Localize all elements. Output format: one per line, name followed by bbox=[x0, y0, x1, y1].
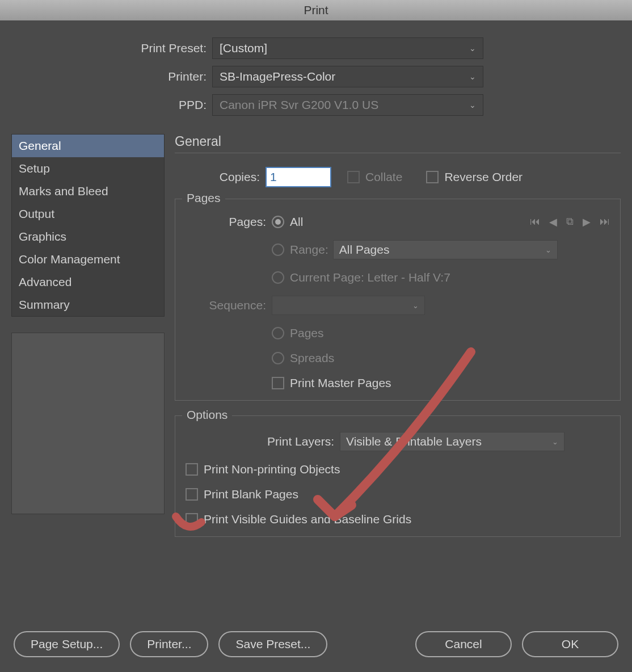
sidebar-item-general[interactable]: General bbox=[12, 135, 164, 157]
pages-label: Pages: bbox=[186, 215, 272, 229]
pages-all-label: All bbox=[290, 215, 303, 229]
divider bbox=[175, 153, 621, 153]
save-preset-button[interactable]: Save Preset... bbox=[218, 631, 327, 657]
next-page-icon[interactable]: ▶ bbox=[583, 216, 591, 228]
print-preset-select[interactable]: [Custom] ⌄ bbox=[212, 37, 483, 59]
cancel-button[interactable]: Cancel bbox=[415, 631, 512, 657]
options-group-title: Options bbox=[182, 408, 232, 422]
chevron-down-icon: ⌄ bbox=[552, 438, 558, 446]
sidebar: General Setup Marks and Bleed Output Gra… bbox=[11, 134, 165, 552]
main-panel: General Copies: Collate Reverse Order Pa… bbox=[175, 134, 621, 552]
ppd-select: Canon iPR Svr G200 V1.0 US ⌄ bbox=[212, 94, 483, 116]
chevron-down-icon: ⌄ bbox=[412, 301, 419, 310]
collate-label: Collate bbox=[365, 170, 402, 184]
range-select[interactable]: All Pages ⌄ bbox=[333, 240, 558, 259]
copies-input[interactable] bbox=[266, 167, 331, 187]
ok-button[interactable]: OK bbox=[522, 631, 618, 657]
spreads-radio-label: Spreads bbox=[290, 351, 334, 365]
options-group: Options Print Layers: Visible & Printabl… bbox=[175, 415, 621, 537]
first-page-icon[interactable]: ⏮ bbox=[530, 216, 540, 228]
sidebar-item-color[interactable]: Color Management bbox=[12, 248, 164, 271]
sidebar-list: General Setup Marks and Bleed Output Gra… bbox=[11, 134, 165, 317]
window-title: Print bbox=[304, 3, 328, 17]
print-layers-select[interactable]: Visible & Printable Layers ⌄ bbox=[340, 432, 564, 451]
sidebar-item-advanced[interactable]: Advanced bbox=[12, 271, 164, 293]
last-page-icon[interactable]: ⏭ bbox=[600, 216, 610, 228]
copies-label: Copies: bbox=[175, 170, 266, 184]
printer-select[interactable]: SB-ImagePress-Color ⌄ bbox=[212, 66, 483, 87]
sidebar-item-output[interactable]: Output bbox=[12, 203, 164, 225]
printer-value: SB-ImagePress-Color bbox=[220, 70, 335, 83]
prev-page-icon[interactable]: ◀ bbox=[549, 216, 557, 228]
panel-heading: General bbox=[175, 134, 621, 149]
page-nav: ⏮ ◀ ⧉ ▶ ⏭ bbox=[530, 216, 610, 228]
print-master-label: Print Master Pages bbox=[290, 376, 391, 390]
sidebar-item-setup[interactable]: Setup bbox=[12, 157, 164, 180]
guides-label: Print Visible Guides and Baseline Grids bbox=[204, 513, 411, 526]
pages-all-radio[interactable] bbox=[272, 216, 284, 228]
chevron-down-icon: ⌄ bbox=[545, 246, 551, 254]
guides-checkbox[interactable] bbox=[186, 513, 198, 526]
blank-pages-label: Print Blank Pages bbox=[204, 488, 298, 501]
pages-group: Pages Pages: All ⏮ ◀ ⧉ ▶ ⏭ Range: All P bbox=[175, 199, 621, 401]
chevron-down-icon: ⌄ bbox=[469, 72, 476, 81]
print-preset-value: [Custom] bbox=[220, 41, 267, 55]
reverse-order-label: Reverse Order bbox=[444, 170, 523, 184]
ppd-value: Canon iPR Svr G200 V1.0 US bbox=[220, 98, 378, 112]
top-area: Print Preset: [Custom] ⌄ Printer: SB-Ima… bbox=[0, 20, 632, 134]
current-page-label: Current Page: Letter - Half V:7 bbox=[290, 271, 450, 284]
print-layers-label: Print Layers: bbox=[186, 435, 340, 448]
chevron-down-icon: ⌄ bbox=[469, 44, 476, 53]
blank-pages-checkbox[interactable] bbox=[186, 488, 198, 501]
sidebar-item-graphics[interactable]: Graphics bbox=[12, 225, 164, 248]
sequence-label: Sequence: bbox=[186, 299, 272, 312]
pages-radio[interactable] bbox=[272, 327, 284, 339]
pages-group-title: Pages bbox=[182, 191, 225, 205]
printer-label: Printer: bbox=[11, 70, 212, 83]
chevron-down-icon: ⌄ bbox=[469, 100, 476, 110]
ppd-label: PPD: bbox=[11, 98, 212, 112]
page-preview bbox=[11, 333, 165, 514]
print-master-checkbox[interactable] bbox=[272, 377, 284, 389]
sequence-select: ⌄ bbox=[272, 296, 425, 315]
sidebar-item-summary[interactable]: Summary bbox=[12, 293, 164, 316]
pages-radio-label: Pages bbox=[290, 326, 324, 340]
range-label: Range: bbox=[290, 243, 328, 257]
non-printing-label: Print Non-printing Objects bbox=[204, 463, 340, 476]
page-setup-button[interactable]: Page Setup... bbox=[14, 631, 120, 657]
collate-checkbox bbox=[347, 171, 360, 183]
pages-icon[interactable]: ⧉ bbox=[566, 216, 574, 228]
sidebar-item-marks[interactable]: Marks and Bleed bbox=[12, 180, 164, 203]
pages-range-radio[interactable] bbox=[272, 243, 284, 256]
non-printing-checkbox[interactable] bbox=[186, 463, 198, 476]
pages-current-radio[interactable] bbox=[272, 271, 284, 284]
printer-button[interactable]: Printer... bbox=[130, 631, 208, 657]
print-preset-label: Print Preset: bbox=[11, 41, 212, 55]
range-value: All Pages bbox=[339, 243, 390, 257]
reverse-order-checkbox[interactable] bbox=[426, 171, 439, 183]
footer: Page Setup... Printer... Save Preset... … bbox=[0, 631, 632, 657]
spreads-radio[interactable] bbox=[272, 352, 284, 364]
titlebar: Print bbox=[0, 0, 632, 20]
print-layers-value: Visible & Printable Layers bbox=[346, 435, 482, 448]
